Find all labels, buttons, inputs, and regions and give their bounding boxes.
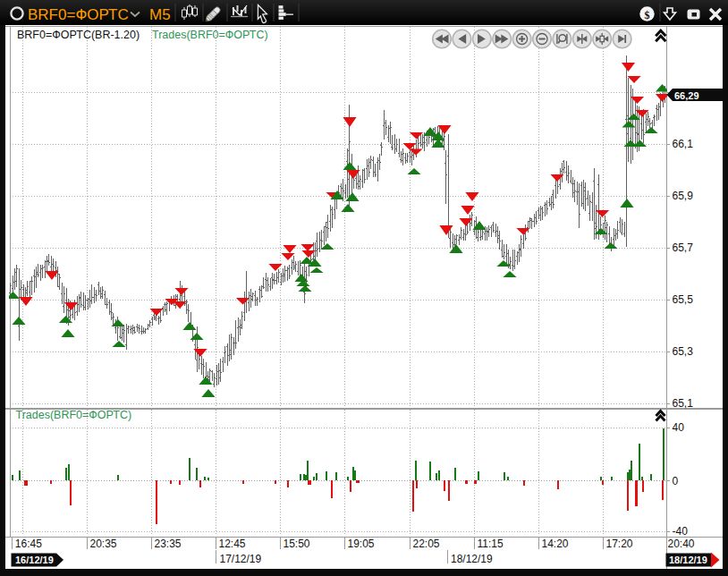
svg-text:BRF0=ФОРТС: BRF0=ФОРТС — [28, 6, 129, 23]
svg-text:11:15: 11:15 — [478, 538, 504, 550]
svg-text:65,3: 65,3 — [673, 345, 694, 358]
svg-text:14:20: 14:20 — [542, 538, 569, 550]
svg-text:15:50: 15:50 — [284, 538, 310, 550]
svg-text:66,1: 66,1 — [673, 138, 694, 150]
svg-text:0: 0 — [673, 475, 679, 487]
svg-text:18/12/19: 18/12/19 — [669, 555, 707, 565]
svg-text:Trades(BRF0=ФОРТС): Trades(BRF0=ФОРТС) — [16, 409, 132, 421]
svg-text:Trades(BRF0=ФОРТС): Trades(BRF0=ФОРТС) — [152, 29, 268, 41]
svg-text:17/12/19: 17/12/19 — [220, 553, 262, 565]
svg-text:17:20: 17:20 — [606, 538, 633, 550]
svg-text:23:35: 23:35 — [155, 538, 182, 550]
svg-text:40: 40 — [673, 421, 685, 434]
svg-text:12:45: 12:45 — [219, 538, 246, 550]
svg-text:16/12/19: 16/12/19 — [15, 555, 54, 565]
svg-text:-40: -40 — [673, 525, 689, 538]
svg-text:20:35: 20:35 — [90, 538, 117, 550]
svg-text:19:05: 19:05 — [348, 538, 375, 550]
svg-text:65,9: 65,9 — [673, 190, 694, 202]
svg-text:20:40: 20:40 — [668, 538, 695, 550]
svg-text:18/12/19: 18/12/19 — [451, 553, 493, 565]
svg-text:BRF0=ФОРТС(BR-1.20): BRF0=ФОРТС(BR-1.20) — [17, 29, 140, 41]
svg-text:М5: М5 — [149, 6, 171, 23]
svg-text:65,1: 65,1 — [673, 397, 694, 410]
svg-text:$: $ — [645, 9, 650, 21]
svg-text:22:05: 22:05 — [413, 538, 440, 550]
svg-text:65,5: 65,5 — [673, 293, 694, 306]
svg-text:16:45: 16:45 — [15, 538, 42, 550]
svg-text:66,29: 66,29 — [674, 90, 699, 101]
svg-text:65,7: 65,7 — [673, 241, 694, 254]
